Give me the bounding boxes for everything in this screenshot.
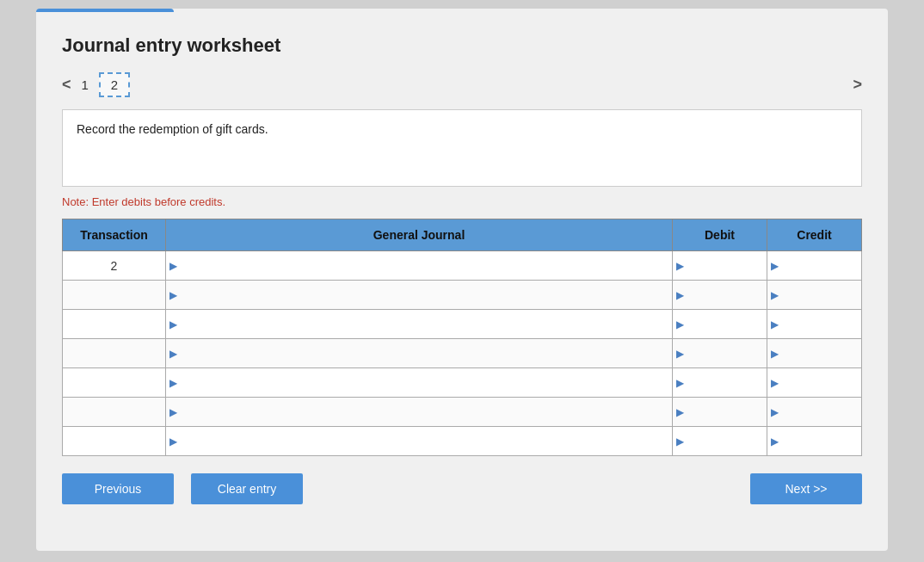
cell-credit-1[interactable]: ▶: [767, 281, 862, 310]
cell-debit-2[interactable]: ▶: [673, 310, 767, 339]
arrow-icon-journal-1: ▶: [169, 289, 177, 301]
main-container: Journal entry worksheet < 1 2 > Record t…: [36, 9, 888, 551]
cell-debit-4[interactable]: ▶: [673, 368, 767, 398]
previous-button[interactable]: Previous: [62, 473, 174, 504]
table-row: ▶▶▶: [63, 368, 862, 398]
table-row: 2▶▶▶: [63, 251, 862, 281]
header-general-journal: General Journal: [166, 219, 673, 251]
nav-left: < 1 2: [62, 72, 130, 97]
arrow-icon-journal-0: ▶: [169, 260, 177, 272]
arrow-icon-credit-2: ▶: [771, 318, 779, 330]
input-debit-5[interactable]: [686, 405, 759, 418]
table-header: Transaction General Journal Debit Credit: [63, 219, 862, 251]
cell-debit-6[interactable]: ▶: [673, 427, 767, 456]
arrow-icon-credit-4: ▶: [771, 377, 779, 389]
cell-debit-5[interactable]: ▶: [673, 398, 767, 427]
input-credit-4[interactable]: [780, 376, 853, 389]
arrow-icon-journal-2: ▶: [169, 318, 177, 330]
cell-journal-2[interactable]: ▶: [166, 310, 673, 339]
header-transaction: Transaction: [63, 219, 166, 251]
bottom-left-buttons: Previous Clear entry: [62, 473, 303, 504]
table-row: ▶▶▶: [63, 281, 862, 310]
tab1[interactable]: 1: [82, 77, 89, 92]
arrow-icon-debit-6: ▶: [676, 435, 684, 448]
arrow-icon-credit-1: ▶: [771, 289, 779, 301]
arrow-icon-journal-5: ▶: [169, 406, 177, 418]
arrow-icon-credit-5: ▶: [771, 406, 779, 418]
arrow-icon-journal-4: ▶: [169, 377, 177, 389]
input-journal-6[interactable]: [179, 435, 664, 448]
cell-credit-3[interactable]: ▶: [767, 339, 862, 368]
arrow-icon-debit-0: ▶: [676, 260, 684, 272]
cell-transaction-3: [63, 339, 166, 368]
arrow-icon-credit-0: ▶: [771, 260, 779, 272]
input-debit-2[interactable]: [686, 318, 759, 330]
arrow-icon-debit-4: ▶: [676, 377, 684, 389]
input-credit-0[interactable]: [780, 259, 853, 272]
cell-debit-0[interactable]: ▶: [673, 251, 767, 281]
top-bar: [36, 9, 174, 12]
input-journal-0[interactable]: [179, 259, 664, 272]
note-text: Note: Enter debits before credits.: [62, 195, 862, 208]
input-debit-4[interactable]: [686, 376, 759, 389]
table-row: ▶▶▶: [63, 427, 862, 456]
arrow-icon-debit-3: ▶: [676, 348, 684, 360]
cell-journal-3[interactable]: ▶: [166, 339, 673, 368]
input-journal-4[interactable]: [179, 376, 664, 389]
table-row: ▶▶▶: [63, 339, 862, 368]
cell-transaction-5: [63, 398, 166, 427]
next-arrow[interactable]: >: [853, 76, 862, 94]
clear-button[interactable]: Clear entry: [191, 473, 303, 504]
input-journal-2[interactable]: [179, 318, 664, 330]
cell-transaction-6: [63, 427, 166, 456]
input-debit-3[interactable]: [686, 347, 759, 360]
input-debit-0[interactable]: [686, 259, 759, 272]
input-credit-1[interactable]: [780, 288, 853, 301]
input-credit-5[interactable]: [780, 405, 853, 418]
cell-transaction-2: [63, 310, 166, 339]
input-credit-6[interactable]: [780, 435, 853, 448]
cell-credit-5[interactable]: ▶: [767, 398, 862, 427]
cell-journal-4[interactable]: ▶: [166, 368, 673, 398]
page-title: Journal entry worksheet: [62, 34, 862, 57]
cell-transaction-0: 2: [63, 251, 166, 281]
bottom-row: Previous Clear entry Next >>: [62, 473, 862, 504]
input-credit-2[interactable]: [780, 318, 853, 330]
cell-journal-5[interactable]: ▶: [166, 398, 673, 427]
cell-credit-0[interactable]: ▶: [767, 251, 862, 281]
description-box: Record the redemption of gift cards.: [62, 109, 862, 187]
cell-journal-6[interactable]: ▶: [166, 427, 673, 456]
arrow-icon-credit-6: ▶: [771, 435, 779, 448]
input-journal-1[interactable]: [179, 288, 664, 301]
input-debit-1[interactable]: [686, 288, 759, 301]
arrow-icon-journal-3: ▶: [169, 348, 177, 360]
table-row: ▶▶▶: [63, 310, 862, 339]
header-debit: Debit: [673, 219, 767, 251]
next-button[interactable]: Next >>: [750, 473, 862, 504]
input-journal-3[interactable]: [179, 347, 664, 360]
cell-transaction-1: [63, 281, 166, 310]
journal-table: Transaction General Journal Debit Credit…: [62, 219, 862, 456]
cell-credit-6[interactable]: ▶: [767, 427, 862, 456]
arrow-icon-credit-3: ▶: [771, 348, 779, 360]
cell-journal-0[interactable]: ▶: [166, 251, 673, 281]
tab2-selected[interactable]: 2: [99, 72, 130, 97]
nav-row: < 1 2 >: [62, 72, 862, 97]
input-journal-5[interactable]: [179, 405, 664, 418]
cell-credit-2[interactable]: ▶: [767, 310, 862, 339]
header-credit: Credit: [767, 219, 862, 251]
arrow-icon-debit-1: ▶: [676, 289, 684, 301]
arrow-icon-debit-5: ▶: [676, 406, 684, 418]
table-row: ▶▶▶: [63, 398, 862, 427]
input-debit-6[interactable]: [686, 435, 759, 448]
cell-debit-1[interactable]: ▶: [673, 281, 767, 310]
cell-credit-4[interactable]: ▶: [767, 368, 862, 398]
table-body: 2▶▶▶▶▶▶▶▶▶▶▶▶▶▶▶▶▶▶▶▶▶: [63, 251, 862, 456]
cell-transaction-4: [63, 368, 166, 398]
cell-journal-1[interactable]: ▶: [166, 281, 673, 310]
cell-debit-3[interactable]: ▶: [673, 339, 767, 368]
input-credit-3[interactable]: [780, 347, 853, 360]
arrow-icon-journal-6: ▶: [169, 435, 177, 448]
prev-arrow[interactable]: <: [62, 76, 71, 94]
arrow-icon-debit-2: ▶: [676, 318, 684, 330]
